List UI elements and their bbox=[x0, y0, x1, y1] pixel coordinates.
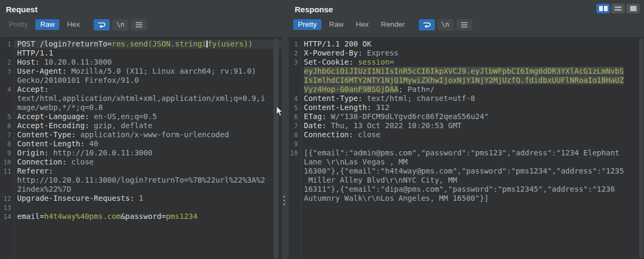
code-line: mage/webp,*/*;q=0.8 bbox=[0, 103, 282, 112]
editor-menu-button[interactable] bbox=[131, 19, 147, 30]
code-line: 10Connection: close bbox=[0, 158, 282, 167]
line-number bbox=[289, 167, 301, 176]
line-number: 3 bbox=[0, 67, 14, 76]
word-wrap-icon bbox=[423, 21, 431, 28]
line-number: 10 bbox=[0, 158, 14, 167]
code-line: Autumnry Walk\r\nLos Angeles, MM 16500"}… bbox=[289, 194, 644, 203]
code-line: 16311"},{"email":"dipa@pms.com","passwor… bbox=[289, 185, 644, 194]
line-number bbox=[289, 185, 301, 194]
line-number: 8 bbox=[289, 130, 301, 139]
line-number: 10 bbox=[289, 148, 301, 158]
word-wrap-toggle[interactable] bbox=[94, 19, 110, 30]
line-number: 4 bbox=[289, 94, 301, 103]
line-number: 9 bbox=[0, 148, 14, 158]
request-tab-hex[interactable]: Hex bbox=[62, 19, 85, 30]
response-tab-pretty[interactable]: Pretty bbox=[293, 19, 321, 30]
code-line: 5Content-Length: 312 bbox=[289, 103, 644, 112]
line-number: 2 bbox=[289, 49, 301, 58]
code-line: 4Content-Type: text/html; charset=utf-8 bbox=[289, 94, 644, 103]
response-panel: Response PrettyRawHexRender\n 1HTTP/1.1 … bbox=[289, 0, 644, 259]
code-line: Lane \r\nLas Vegas , MM bbox=[289, 158, 644, 167]
response-tab-render[interactable]: Render bbox=[376, 19, 409, 30]
line-number: 6 bbox=[289, 112, 301, 121]
line-number: 6 bbox=[0, 121, 14, 130]
editor-menu-button[interactable] bbox=[456, 19, 472, 30]
request-tab-bar: PrettyRawHex\n bbox=[4, 19, 282, 30]
response-editor[interactable]: 1HTTP/1.1 200 OK2X-Powered-By: Express3S… bbox=[289, 37, 644, 259]
line-number bbox=[289, 158, 301, 167]
gutter-divider bbox=[301, 38, 301, 259]
code-line: HTTP/1.1 bbox=[0, 49, 282, 58]
code-line: eyJhbGciOiJIUzI1NiIsInR5cCI6IkpXVCJ9.eyJ… bbox=[289, 67, 644, 76]
code-line: 10[{"email":"admin@pms.com","password":"… bbox=[289, 148, 644, 158]
line-number: 13 bbox=[0, 203, 14, 212]
show-newlines-toggle[interactable]: \n bbox=[112, 19, 128, 30]
gutter-divider bbox=[14, 38, 14, 259]
code-line: 9Origin: http://10.20.0.11:3000 bbox=[0, 148, 282, 158]
line-number: 5 bbox=[289, 103, 301, 112]
line-number bbox=[289, 67, 301, 76]
line-number bbox=[289, 176, 301, 185]
line-number: 11 bbox=[0, 167, 14, 176]
code-line: 3Set-Cookie: session= bbox=[289, 58, 644, 67]
code-line: 7Date: Thu, 13 Oct 2022 10:20:53 GMT bbox=[289, 121, 644, 130]
code-line: 9 bbox=[289, 139, 644, 148]
menu-icon bbox=[135, 22, 143, 28]
code-line: 1HTTP/1.1 200 OK bbox=[289, 40, 644, 49]
code-line: 13 bbox=[0, 203, 282, 212]
code-line: 1POST /login?returnTo=res.send(JSON.stri… bbox=[0, 40, 282, 49]
line-number bbox=[0, 176, 14, 185]
request-editor[interactable]: 1POST /login?returnTo=res.send(JSON.stri… bbox=[0, 37, 282, 259]
show-newlines-toggle[interactable]: \n bbox=[438, 19, 454, 30]
code-line: IsImlhdCI6MTY2NTY1NjQ1MywiZXhwIjoxNjY1Nj… bbox=[289, 76, 644, 85]
code-line: 8Connection: close bbox=[289, 130, 644, 139]
line-number bbox=[0, 76, 14, 85]
line-number bbox=[289, 85, 301, 94]
line-number: 7 bbox=[0, 130, 14, 139]
request-tab-pretty[interactable]: Pretty bbox=[4, 19, 33, 30]
response-scrollbar[interactable] bbox=[639, 38, 643, 258]
code-line: 8Content-Length: 40 bbox=[0, 139, 282, 148]
code-line: 3User-Agent: Mozilla/5.0 (X11; Linux aar… bbox=[0, 67, 282, 76]
word-wrap-icon bbox=[97, 21, 106, 28]
code-line: http://10.20.0.11:3000/login?returnTo=%7… bbox=[0, 176, 282, 185]
request-panel: Request PrettyRawHex\n 1POST /login?retu… bbox=[0, 0, 282, 259]
code-line: 2Host: 10.20.0.11:3000 bbox=[0, 58, 282, 67]
line-number bbox=[0, 185, 14, 194]
word-wrap-toggle[interactable] bbox=[419, 19, 435, 30]
panel-splitter-handle[interactable] bbox=[283, 196, 286, 207]
request-tab-raw[interactable]: Raw bbox=[35, 19, 59, 30]
code-line: 14email=h4t4way%40pms.com&password=pms12… bbox=[0, 212, 282, 221]
line-number: 7 bbox=[289, 121, 301, 130]
code-line: Vyz4Hop-G0anF9BSGjDAA; Path=/ bbox=[289, 85, 644, 94]
line-number bbox=[289, 194, 301, 203]
line-number: 12 bbox=[0, 194, 14, 203]
code-line: 2X-Powered-By: Express bbox=[289, 49, 644, 58]
code-line: 4Accept: bbox=[0, 85, 282, 94]
line-number: 1 bbox=[0, 40, 14, 49]
request-scrollbar[interactable] bbox=[273, 38, 279, 258]
menu-icon bbox=[461, 22, 468, 28]
response-tab-bar: PrettyRawHexRender\n bbox=[293, 19, 644, 30]
code-line: Gecko/20100101 Firefox/91.0 bbox=[0, 76, 282, 85]
code-line: 12Upgrade-Insecure-Requests: 1 bbox=[0, 194, 282, 203]
response-tab-raw[interactable]: Raw bbox=[324, 19, 348, 30]
code-line: 7Content-Type: application/x-www-form-ur… bbox=[0, 130, 282, 139]
code-line: 6Accept-Encoding: gzip, deflate bbox=[0, 121, 282, 130]
message-editor-window: Request PrettyRawHex\n 1POST /login?retu… bbox=[0, 0, 644, 259]
line-number bbox=[0, 49, 14, 58]
line-number: 3 bbox=[289, 58, 301, 67]
line-number: 1 bbox=[289, 40, 301, 49]
code-line: 16300"},{"email":"h4t4way@pms.com","pass… bbox=[289, 167, 644, 176]
line-number bbox=[0, 94, 14, 103]
code-line: 11Referer: bbox=[0, 167, 282, 176]
line-number: 14 bbox=[0, 212, 14, 221]
response-tab-hex[interactable]: Hex bbox=[351, 19, 373, 30]
line-number: 8 bbox=[0, 139, 14, 148]
line-number: 5 bbox=[0, 112, 14, 121]
request-panel-title: Request bbox=[6, 5, 282, 14]
line-number: 9 bbox=[289, 139, 301, 148]
code-line: text/html,application/xhtml+xml,applicat… bbox=[0, 94, 282, 103]
line-number: 2 bbox=[0, 58, 14, 67]
code-line: 5Accept-Language: en-US,en;q=0.5 bbox=[0, 112, 282, 121]
